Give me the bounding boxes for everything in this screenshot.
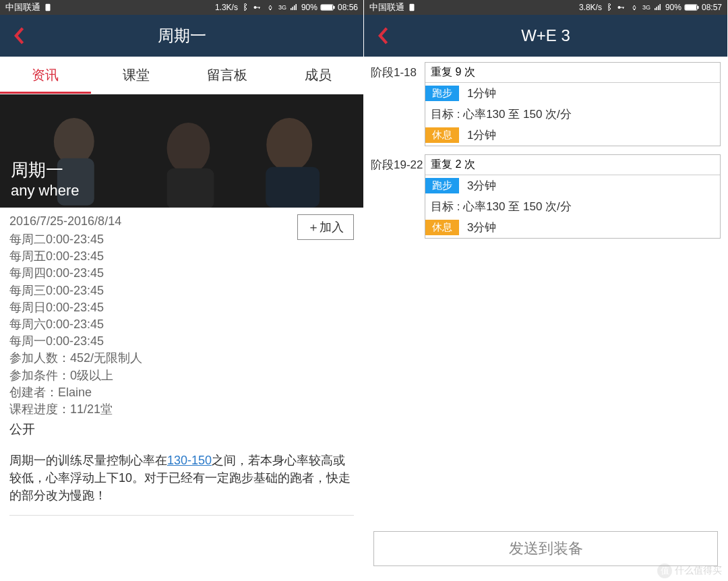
rest-badge: 休息 — [425, 220, 459, 235]
schedule-line: 每周一0:00-23:45 — [9, 333, 354, 350]
svg-rect-26 — [656, 7, 657, 10]
schedule-line: 每周五0:00-23:45 — [9, 248, 354, 265]
svg-point-24 — [634, 9, 635, 10]
svg-rect-11 — [322, 5, 332, 10]
carrier-label: 中国联通 — [369, 1, 404, 13]
svg-point-4 — [270, 9, 271, 10]
bluetooth-icon — [605, 3, 613, 11]
key-icon — [251, 3, 262, 11]
watermark: 值 什么值得买 — [657, 563, 722, 578]
rest-value: 3分钟 — [467, 220, 496, 235]
back-button[interactable] — [364, 15, 402, 57]
signal-icon — [653, 3, 663, 11]
run-badge: 跑步 — [425, 86, 459, 101]
svg-rect-7 — [294, 5, 295, 10]
back-icon — [377, 26, 389, 45]
svg-rect-31 — [686, 5, 696, 10]
page-title: 周期一 — [0, 25, 363, 47]
hero-subtitle: any where — [11, 182, 80, 200]
speed-label: 3.8K/s — [579, 3, 602, 12]
svg-rect-22 — [620, 7, 624, 8]
svg-rect-3 — [259, 7, 260, 9]
rest-row: 休息3分钟 — [425, 217, 720, 238]
svg-point-21 — [617, 6, 620, 9]
join-button[interactable]: ＋加入 — [297, 214, 354, 240]
run-badge: 跑步 — [425, 178, 459, 193]
tab-3[interactable]: 成员 — [272, 57, 363, 94]
battery-icon — [684, 3, 699, 11]
schedule-line: 每周四0:00-23:45 — [9, 265, 354, 282]
stage-label: 阶段1-18 — [371, 62, 425, 146]
stage: 阶段19-22 重复 2 次 跑步3分钟 目标 : 心率130 至 150 次/… — [371, 154, 721, 239]
svg-rect-0 — [46, 4, 51, 11]
meta-line: 参加条件：0级以上 — [9, 367, 354, 384]
nav-bar: W+E 3 — [364, 15, 727, 57]
tab-2[interactable]: 留言板 — [182, 57, 273, 94]
content-area: 2016/7/25-2016/8/14 ＋加入 每周二0:00-23:45每周五… — [0, 208, 363, 581]
meta-line: 课程进度：11/21堂 — [9, 401, 354, 418]
network-label: 3G — [642, 4, 650, 11]
meta-line: 参加人数：452/无限制人 — [9, 350, 354, 367]
rest-badge: 休息 — [425, 127, 459, 143]
phone-left: 中国联通 1.3K/s 3G 90% 08:56 周期一 资讯课堂留言板成员 — [0, 0, 364, 581]
network-label: 3G — [278, 4, 286, 11]
schedule-line: 每周三0:00-23:45 — [9, 282, 354, 299]
run-value: 1分钟 — [467, 86, 496, 101]
key-icon — [615, 3, 626, 11]
description-text: 周期一的训练尽量控制心率在130-150之间，若本身心率较高或较低，心率浮动上下… — [9, 452, 354, 516]
watermark-icon: 值 — [657, 563, 672, 578]
schedule-line: 每周日0:00-23:45 — [9, 299, 354, 316]
svg-rect-20 — [410, 4, 415, 11]
target-label: 目标 : 心率130 至 150 次/分 — [425, 104, 720, 125]
wifi-icon — [629, 3, 640, 11]
wifi-icon — [265, 3, 276, 11]
visibility-label: 公开 — [9, 421, 354, 438]
desc-pre: 周期一的训练尽量控制心率在 — [9, 454, 167, 467]
tab-0[interactable]: 资讯 — [0, 57, 91, 94]
svg-rect-30 — [697, 6, 698, 8]
back-icon — [13, 26, 25, 45]
stage-label: 阶段19-22 — [371, 154, 425, 239]
svg-rect-8 — [295, 4, 297, 10]
nav-bar: 周期一 — [0, 15, 363, 57]
status-bar: 中国联通 3.8K/s 3G 90% 08:57 — [364, 0, 727, 15]
stage: 阶段1-18 重复 9 次 跑步1分钟 目标 : 心率130 至 150 次/分… — [371, 62, 721, 146]
send-to-device-button[interactable]: 发送到装备 — [373, 531, 718, 566]
tab-1[interactable]: 课堂 — [91, 57, 182, 94]
repeat-label: 重复 2 次 — [425, 155, 720, 175]
stages-list: 阶段1-18 重复 9 次 跑步1分钟 目标 : 心率130 至 150 次/分… — [364, 57, 727, 531]
schedule-list: 每周二0:00-23:45每周五0:00-23:45每周四0:00-23:45每… — [9, 231, 354, 350]
battery-pct: 90% — [301, 3, 317, 12]
sim-icon — [407, 3, 417, 12]
svg-rect-6 — [292, 7, 293, 10]
svg-rect-27 — [658, 5, 659, 10]
target-label: 目标 : 心率130 至 150 次/分 — [425, 196, 720, 217]
svg-point-1 — [253, 6, 256, 9]
time-label: 08:57 — [702, 3, 722, 12]
battery-icon — [320, 3, 335, 11]
svg-rect-2 — [256, 7, 260, 8]
svg-rect-25 — [655, 8, 656, 10]
back-button[interactable] — [0, 15, 38, 57]
desc-link[interactable]: 130-150 — [167, 454, 212, 467]
status-bar: 中国联通 1.3K/s 3G 90% 08:56 — [0, 0, 363, 15]
repeat-label: 重复 9 次 — [425, 63, 720, 83]
hero-banner: 周期一 any where — [0, 94, 363, 208]
speed-label: 1.3K/s — [215, 3, 238, 12]
schedule-line: 每周六0:00-23:45 — [9, 316, 354, 333]
bluetooth-icon — [241, 3, 249, 11]
svg-rect-10 — [333, 6, 334, 8]
tab-bar: 资讯课堂留言板成员 — [0, 57, 363, 94]
svg-rect-23 — [623, 7, 624, 9]
stage-body: 重复 2 次 跑步3分钟 目标 : 心率130 至 150 次/分 休息3分钟 — [425, 154, 721, 239]
meta-list: 参加人数：452/无限制人参加条件：0级以上创建者：Elaine课程进度：11/… — [9, 350, 354, 418]
svg-rect-5 — [291, 8, 292, 10]
sim-icon — [43, 3, 53, 12]
run-row: 跑步1分钟 — [425, 83, 720, 104]
time-label: 08:56 — [338, 3, 358, 12]
stage-body: 重复 9 次 跑步1分钟 目标 : 心率130 至 150 次/分 休息1分钟 — [425, 62, 721, 146]
signal-icon — [289, 3, 299, 11]
run-value: 3分钟 — [467, 178, 496, 193]
phone-right: 中国联通 3.8K/s 3G 90% 08:57 W+E 3 阶段1-18 重复… — [364, 0, 728, 581]
battery-pct: 90% — [665, 3, 681, 12]
